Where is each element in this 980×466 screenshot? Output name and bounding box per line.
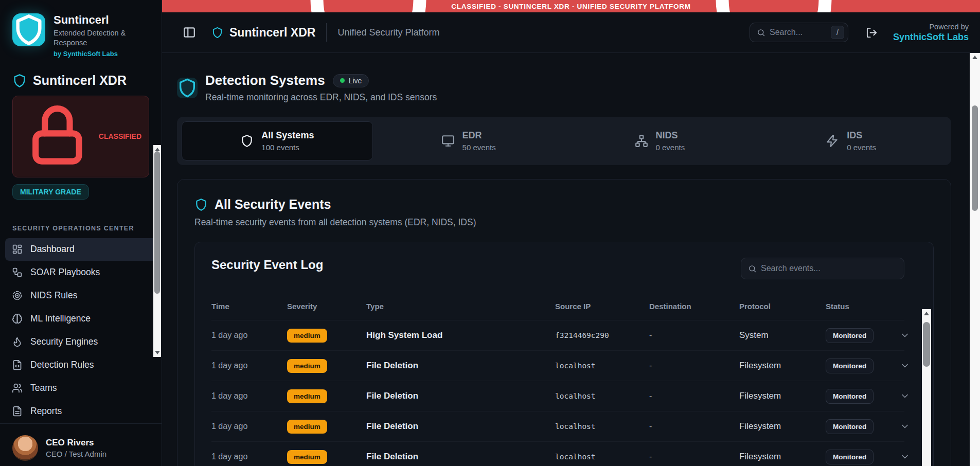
- page-content: Detection Systems Live Real-time monitor…: [162, 53, 970, 466]
- scroll-up-arrow[interactable]: [972, 56, 977, 59]
- table-header: TimeSeverityTypeSource IPDestinationProt…: [211, 302, 904, 320]
- app-root: Suntincerl Extended Detection & Response…: [0, 0, 980, 466]
- severity-badge: medium: [287, 420, 327, 434]
- tab-all-systems[interactable]: All Systems 100 events: [182, 121, 373, 160]
- tab-event-count: 100 events: [261, 143, 314, 152]
- sidebar-item-label: NIDS Rules: [30, 290, 77, 301]
- events-section: All Security Events Real-time security e…: [177, 179, 951, 466]
- sidebar-item-teams[interactable]: Teams: [5, 377, 156, 400]
- table-row[interactable]: 1 day ago medium File Deletion localhost…: [211, 411, 904, 442]
- chevron-down-icon[interactable]: [900, 421, 910, 432]
- destination-value: -: [649, 391, 739, 401]
- chevron-down-icon[interactable]: [900, 391, 910, 401]
- sidebar-item-reports[interactable]: Reports: [5, 400, 156, 423]
- nav-section-label: SECURITY OPERATIONS CENTER: [0, 213, 162, 238]
- table-row[interactable]: 1 day ago medium File Deletion localhost…: [211, 442, 904, 466]
- tab-nids[interactable]: NIDS 0 events: [564, 121, 756, 160]
- sidebar-item-detection-rules[interactable]: Detection Rules: [5, 354, 156, 377]
- severity-badge: medium: [287, 389, 327, 403]
- page-scrollbar[interactable]: [970, 53, 980, 466]
- table-row[interactable]: 1 day ago medium High System Load f32144…: [211, 320, 904, 351]
- event-time: 1 day ago: [211, 452, 287, 461]
- search-icon: [757, 28, 765, 37]
- page-header: Detection Systems Live Real-time monitor…: [177, 73, 951, 103]
- header-title: Suntincerl XDR: [229, 26, 315, 40]
- tab-title: IDS: [847, 130, 876, 141]
- event-time: 1 day ago: [211, 391, 287, 401]
- sidebar-nav: Dashboard SOAR Playbooks NIDS Rules ML I…: [0, 238, 162, 423]
- search-input[interactable]: [765, 28, 831, 37]
- tab-edr[interactable]: EDR 50 events: [373, 121, 564, 160]
- event-search-input[interactable]: [757, 264, 900, 273]
- sidebar-item-security-engines[interactable]: Security Engines: [5, 331, 156, 353]
- event-search[interactable]: [741, 258, 904, 279]
- source-ip: localhost: [555, 453, 649, 461]
- lock-icon: [20, 99, 95, 174]
- brand-subtitle: Extended Detection & Response: [54, 28, 144, 47]
- destination-value: -: [649, 361, 739, 370]
- logout-icon[interactable]: [866, 27, 878, 39]
- brand-block: Suntincerl Extended Detection & Response…: [0, 0, 162, 58]
- scroll-down-arrow[interactable]: [155, 351, 160, 354]
- sidebar-item-label: ML Intelligence: [30, 313, 91, 324]
- sidebar-toggle-icon[interactable]: [183, 26, 196, 39]
- shield-icon: [240, 134, 254, 148]
- scroll-up-arrow[interactable]: [155, 148, 160, 151]
- brand-text: Suntincerl Extended Detection & Response…: [54, 13, 144, 58]
- tab-title: All Systems: [261, 130, 314, 141]
- user-profile[interactable]: CEO Rivers CEO / Test Admin: [0, 423, 162, 463]
- classification-banner: CLASSIFIED - SUNTINCERL XDR - UNIFIED SE…: [162, 0, 980, 12]
- chevron-down-icon[interactable]: [900, 452, 910, 462]
- severity-badge: medium: [287, 359, 327, 373]
- column-header-status: Status: [826, 302, 900, 311]
- shield-icon: [194, 198, 208, 211]
- military-grade-badge: MILITARY GRADE: [12, 184, 89, 200]
- header-subtitle: Unified Security Platform: [337, 27, 439, 38]
- sidebar-item-nids-rules[interactable]: NIDS Rules: [5, 284, 156, 307]
- source-ip: localhost: [555, 422, 649, 431]
- sidebar-item-dashboard[interactable]: Dashboard: [5, 238, 156, 261]
- event-time: 1 day ago: [211, 361, 287, 370]
- scrollbar-thumb[interactable]: [923, 322, 930, 367]
- column-header-destination: Destination: [649, 302, 739, 311]
- sidebar-item-label: SOAR Playbooks: [30, 267, 100, 278]
- column-header-time: Time: [211, 302, 287, 311]
- tab-ids[interactable]: IDS 0 events: [755, 121, 947, 160]
- sidebar-item-ml-intelligence[interactable]: ML Intelligence: [5, 308, 156, 330]
- shield-icon: [12, 13, 45, 46]
- global-search[interactable]: /: [750, 23, 848, 42]
- status-badge: Monitored: [826, 389, 874, 404]
- table-row[interactable]: 1 day ago medium File Deletion localhost…: [211, 381, 904, 411]
- app-logo: [12, 13, 45, 46]
- table-row[interactable]: 1 day ago medium File Deletion localhost…: [211, 351, 904, 381]
- scrollbar-thumb[interactable]: [972, 105, 978, 211]
- product-name: Suntincerl XDR: [33, 73, 127, 88]
- military-grade-label: MILITARY GRADE: [20, 188, 81, 196]
- sidebar-item-label: Security Engines: [30, 336, 98, 347]
- scrollbar-thumb[interactable]: [154, 151, 160, 294]
- powered-by-brand[interactable]: SynthicSoft Labs: [893, 32, 969, 43]
- column-header-type: Type: [366, 302, 555, 311]
- chevron-down-icon[interactable]: [900, 361, 910, 371]
- event-type: High System Load: [366, 330, 555, 340]
- source-ip: localhost: [555, 392, 649, 400]
- section-title: All Security Events: [215, 197, 331, 212]
- table-scrollbar[interactable]: [922, 309, 931, 466]
- status-badge: Monitored: [826, 359, 874, 373]
- search-icon: [748, 264, 757, 273]
- sidebar-bottom: CEO Rivers CEO / Test Admin Suntincerl X…: [0, 423, 162, 466]
- scroll-up-arrow[interactable]: [924, 312, 929, 315]
- tab-event-count: 0 events: [656, 143, 685, 152]
- severity-badge: medium: [287, 450, 327, 464]
- column-header-severity: Severity: [287, 302, 366, 311]
- tab-event-count: 50 events: [462, 143, 496, 152]
- event-log-title: Security Event Log: [211, 258, 323, 272]
- sidebar-footer: Suntincerl XDR Version 1.0.0 • Build 202…: [0, 463, 162, 466]
- chevron-down-icon[interactable]: [900, 330, 910, 340]
- shield-icon: [177, 78, 198, 98]
- sidebar-item-soar-playbooks[interactable]: SOAR Playbooks: [5, 261, 156, 284]
- users-icon: [12, 383, 23, 393]
- sidebar-scrollbar[interactable]: [153, 145, 161, 357]
- powered-by-block: Powered by SynthicSoft Labs: [893, 23, 969, 43]
- event-type: File Deletion: [366, 452, 555, 462]
